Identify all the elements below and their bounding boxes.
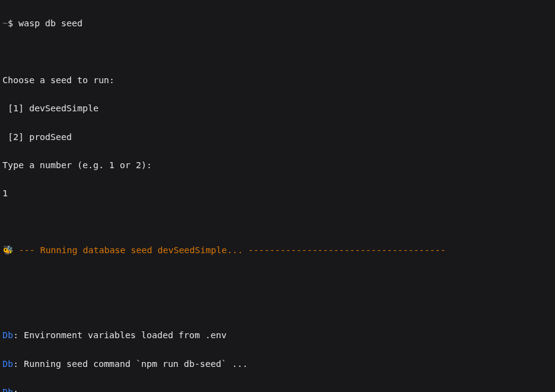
db-label: Db (2, 387, 13, 392)
choose-header: Choose a seed to run: (0, 73, 555, 87)
user-input: 1 (0, 187, 555, 201)
dashes-right: ------------------------------------- (243, 245, 446, 255)
db-line: Db: Running seed command `npm run db-see… (0, 357, 555, 371)
db-label: Db (2, 359, 13, 369)
db-label: Db (2, 330, 13, 340)
seed-option-1: [1] devSeedSimple (0, 102, 555, 116)
db-text: Running seed command `npm run db-seed` .… (18, 359, 248, 369)
prompt-line: ~$ wasp db seed (0, 17, 555, 31)
prompt-tilde: ~ (2, 18, 8, 28)
command-text: wasp db seed (18, 18, 83, 28)
running-text: Running database seed devSeedSimple... (40, 245, 243, 255)
seed-option-2: [2] prodSeed (0, 130, 555, 144)
blank-line (0, 215, 555, 229)
type-number-prompt: Type a number (e.g. 1 or 2): (0, 158, 555, 172)
bee-icon: 🐝 (2, 245, 13, 255)
db-text: Environment variables loaded from .env (18, 330, 226, 340)
db-line: Db: Environment variables loaded from .e… (0, 328, 555, 342)
blank-line (0, 272, 555, 286)
prompt-dollar: $ (8, 18, 13, 28)
terminal-output[interactable]: ~$ wasp db seed Choose a seed to run: [1… (0, 2, 555, 392)
dashes-left: --- (13, 245, 40, 255)
blank-line (0, 300, 555, 314)
running-banner: 🐝 --- Running database seed devSeedSimpl… (0, 243, 555, 257)
blank-line (0, 45, 555, 59)
db-line: Db: (0, 385, 555, 392)
